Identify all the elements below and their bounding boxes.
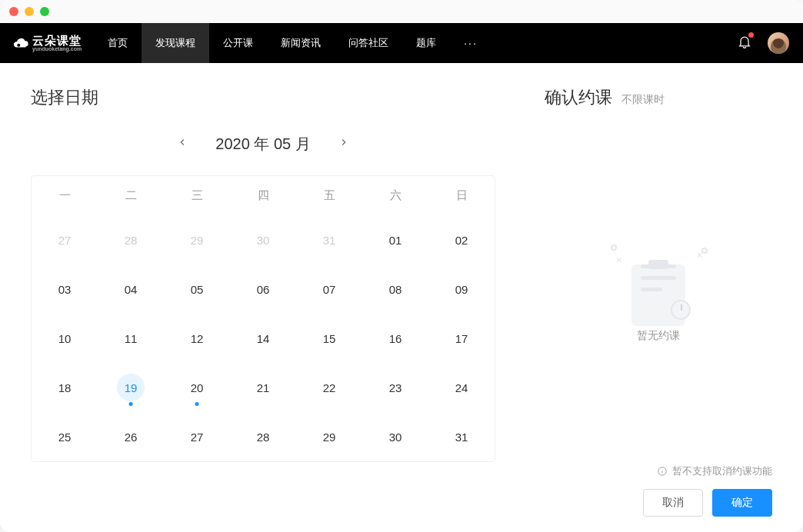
nav-item-4[interactable]: 问答社区 [335,23,402,63]
window-titlebar [0,0,803,23]
calendar-day[interactable]: 18 [32,363,98,412]
footer-note-text: 暂不支持取消约课功能 [672,464,772,478]
left-pane: 选择日期 2020 年 05 月 一二三四五六日2728293031010203… [31,86,526,517]
close-window-button[interactable] [9,7,18,16]
calendar-day[interactable]: 05 [164,264,230,314]
calendar-day: 29 [164,215,230,264]
calendar-day[interactable]: 19 [98,363,164,412]
calendar-grid: 一二三四五六日272829303101020304050607080910111… [31,175,495,462]
calendar-month-label: 2020 年 05 月 [215,134,310,155]
nav-item-2[interactable]: 公开课 [209,23,267,63]
chevron-left-icon [177,137,188,148]
avatar[interactable] [768,32,789,54]
footer-note: 暂不支持取消约课功能 [545,464,772,478]
logo-text-en: yunduoketang.com [32,46,82,52]
right-pane: 确认约课 不限课时 ✕ ✕ 暂无约课 [526,86,772,517]
nav-more[interactable]: ··· [450,37,491,49]
confirm-button[interactable]: 确定 [712,489,772,517]
calendar-day[interactable]: 27 [164,412,230,461]
calendar-day[interactable]: 03 [32,264,98,314]
content: 选择日期 2020 年 05 月 一二三四五六日2728293031010203… [0,63,803,532]
chevron-right-icon [338,137,349,148]
nav-item-3[interactable]: 新闻资讯 [267,23,335,63]
empty-text: 暂无约课 [637,329,680,343]
notification-dot [748,32,754,38]
calendar-day[interactable]: 01 [362,215,428,264]
confirm-title: 确认约课 [545,86,612,109]
notifications-button[interactable] [737,34,752,52]
info-icon [657,466,668,477]
calendar-day: 27 [32,215,98,264]
dow-header: 日 [428,176,495,215]
maximize-window-button[interactable] [40,7,49,16]
calendar-day[interactable]: 07 [296,264,362,314]
calendar-day[interactable]: 08 [362,264,428,314]
calendar-day[interactable]: 16 [362,314,428,363]
calendar-day[interactable]: 04 [98,264,164,314]
calendar-day[interactable]: 28 [230,412,296,461]
calendar-day: 30 [230,215,296,264]
calendar-day[interactable]: 15 [296,314,362,363]
nav-item-0[interactable]: 首页 [94,23,142,63]
nav-items: 首页发现课程公开课新闻资讯问答社区题库 [94,23,450,63]
logo-text-cn: 云朵课堂 [32,35,82,46]
empty-state: ✕ ✕ 暂无约课 [545,132,772,458]
logo[interactable]: 云朵课堂 yunduoketang.com [0,35,94,52]
nav-item-5[interactable]: 题库 [402,23,450,63]
calendar-header: 2020 年 05 月 [31,132,495,155]
calendar-day[interactable]: 12 [164,314,230,363]
calendar-day: 28 [98,215,164,264]
svg-point-0 [17,44,20,47]
calendar-day[interactable]: 30 [362,412,428,461]
calendar-day[interactable]: 02 [428,215,495,264]
calendar-day[interactable]: 17 [428,314,495,363]
actions: 取消 确定 [545,489,772,517]
dow-header: 二 [98,176,164,215]
calendar-day[interactable]: 14 [230,314,296,363]
calendar-day[interactable]: 24 [428,363,495,412]
calendar-day[interactable]: 31 [428,412,495,461]
dow-header: 五 [296,176,362,215]
event-dot [129,402,133,406]
dow-header: 一 [32,176,98,215]
calendar-day[interactable]: 23 [362,363,428,412]
calendar-day[interactable]: 06 [230,264,296,314]
event-dot [195,402,199,406]
prev-month-button[interactable] [172,132,192,155]
cloud-icon [12,35,29,52]
calendar-day[interactable]: 09 [428,264,495,314]
calendar-day[interactable]: 26 [98,412,164,461]
clipboard-icon: ✕ ✕ [620,248,697,317]
next-month-button[interactable] [334,132,354,155]
minimize-window-button[interactable] [25,7,34,16]
calendar-day: 31 [296,215,362,264]
confirm-subtitle: 不限课时 [621,93,665,107]
select-date-title: 选择日期 [31,86,495,109]
dow-header: 三 [164,176,230,215]
calendar-day[interactable]: 22 [296,363,362,412]
calendar-day[interactable]: 25 [32,412,98,461]
calendar-day[interactable]: 10 [32,314,98,363]
calendar-day[interactable]: 20 [164,363,230,412]
calendar-day[interactable]: 11 [98,314,164,363]
cancel-button[interactable]: 取消 [643,489,703,517]
nav-item-1[interactable]: 发现课程 [142,23,209,63]
dow-header: 四 [230,176,296,215]
calendar-day[interactable]: 21 [230,363,296,412]
top-nav: 云朵课堂 yunduoketang.com 首页发现课程公开课新闻资讯问答社区题… [0,23,803,63]
calendar-day[interactable]: 29 [296,412,362,461]
dow-header: 六 [362,176,428,215]
app-window: 云朵课堂 yunduoketang.com 首页发现课程公开课新闻资讯问答社区题… [0,0,803,532]
